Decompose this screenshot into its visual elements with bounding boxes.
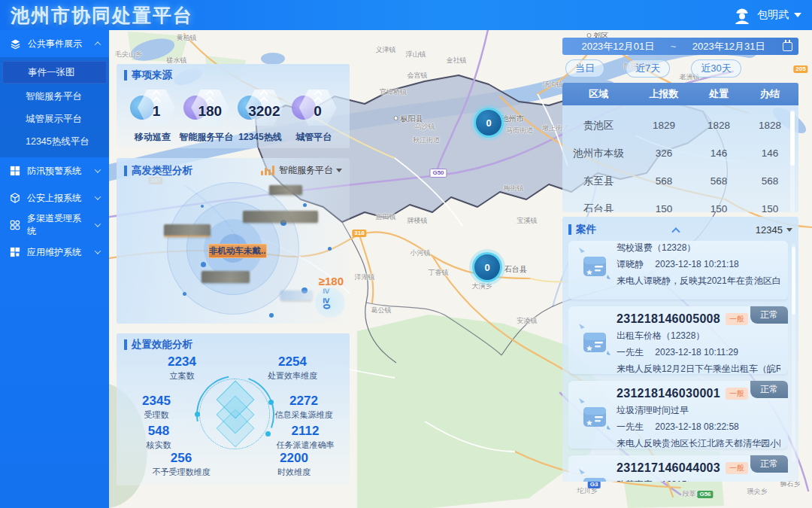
eff-stat-timeliness: 2200时效维度 — [256, 451, 332, 478]
case-status-badge: 正常 — [750, 455, 788, 473]
table-row[interactable]: 池州市本级326 146146 — [562, 139, 798, 167]
collapse-chevron-icon[interactable] — [671, 227, 680, 236]
map-town-label: 义津镇 — [376, 45, 396, 55]
user-caret-icon — [794, 13, 801, 17]
map-town-label: 汤沟镇 — [543, 80, 563, 90]
range-today-button[interactable]: 当日 — [565, 59, 604, 78]
chevron-down-icon — [95, 193, 101, 199]
source-label: 12345热线 — [233, 131, 286, 144]
date-end-input[interactable]: 2023年12月31日 — [679, 40, 778, 53]
source-stat-city-mgmt: 0 城管平台 — [287, 87, 341, 144]
source-value: 1 — [139, 103, 174, 120]
case-box-icon — [574, 395, 614, 434]
eff-stat-accepted: 2345受理数 — [123, 394, 190, 421]
map-town-label: 梅街镇 — [504, 184, 524, 193]
panel-title: 事项来源 — [124, 70, 342, 81]
case-description: 来电人反映贵池区长江北路天都清华园小区4... — [617, 437, 780, 449]
map-town-label: 葛公镇 — [371, 306, 392, 315]
map-town-label: 浮山镇 — [406, 50, 426, 59]
top-header: 池州市协同处置平台 包明武 — [0, 0, 812, 30]
case-card[interactable]: 正常 231218146030001 一般 垃 — [568, 381, 788, 449]
sidebar-group-police-report[interactable]: 公安上报系统 — [0, 184, 109, 211]
table-scrollbar — [790, 110, 795, 212]
grid-icon — [10, 166, 20, 176]
range-7days-button[interactable]: 近7天 — [626, 59, 670, 78]
map-town-label: 小河镇 — [411, 248, 431, 258]
type-source-dropdown[interactable]: 智能服务平台 — [279, 164, 342, 177]
case-category: 驾校退费（12328） — [617, 242, 780, 254]
app-title: 池州市协同处置平台 — [11, 3, 193, 28]
chevron-down-icon — [336, 169, 342, 172]
road-shield-205: 205 — [793, 65, 807, 73]
quick-range-buttons: 当日 近7天 近30天 — [565, 59, 741, 78]
map-town-label: 乌沙镇 — [415, 122, 435, 132]
sidebar-group-app-maintenance[interactable]: 应用维护系统 — [0, 239, 109, 266]
eff-stat-verified: 548核实数 — [129, 424, 189, 451]
case-reporter: 一先生 — [617, 347, 644, 357]
map-town-label: 官埠桥镇 — [380, 87, 407, 97]
map-cluster-marker-2[interactable]: 0 — [472, 252, 502, 282]
blurred-type-tag — [243, 211, 318, 223]
case-meta: 谭晓静 2023-12-18 10:21:18 — [617, 258, 780, 271]
chevron-down-icon — [786, 228, 792, 232]
eff-stat-rejected: 256不予受理数维度 — [133, 451, 229, 478]
sidebar-group-public-events[interactable]: 公共事件展示 — [0, 30, 109, 57]
table-row[interactable]: 石台县150 150150 — [562, 195, 798, 212]
cases-scrollbar — [792, 244, 795, 462]
map-town-label: 马衙街道 — [506, 126, 533, 135]
source-stat-mobile-patrol: 1 移动巡查 — [126, 87, 179, 144]
case-reporter: 谭晓静 — [617, 259, 644, 269]
sidebar-group-multichannel[interactable]: 多渠道受理系统 — [0, 211, 109, 239]
sidebar-item-smart-service[interactable]: 智能服务平台 — [0, 85, 109, 108]
panel-efficiency: 处置效能分析 2234立案数 2345受理数 548核实数 256不予受理数维度… — [117, 333, 350, 485]
map-town-label: 大演乡 — [472, 281, 492, 291]
map-town-label: 毛尖山乡 — [115, 50, 142, 59]
panel-type-analysis: 非机动车未戴... ≥180 ≥ ≥0 高发类型分析 智能服务平台 — [117, 158, 350, 324]
date-range-bar: 2023年12月01日 ~ 2023年12月31日 — [562, 38, 798, 55]
case-box-icon — [574, 321, 614, 360]
case-source-dropdown[interactable]: 12345 — [756, 224, 792, 236]
case-description: 来电人反映12月2日下午乘坐出租车（皖RD0... — [617, 363, 780, 374]
case-id: 231218146030001 — [617, 387, 720, 400]
blurred-type-tag — [269, 185, 302, 195]
scrollbar-thumb[interactable] — [792, 247, 795, 315]
sidebar-item-hotline[interactable]: 12345热线平台 — [0, 130, 109, 153]
date-start-input[interactable]: 2023年12月01日 — [568, 40, 668, 53]
user-menu[interactable]: 包明武 — [732, 5, 801, 25]
map-cluster-marker-1[interactable]: 0 — [474, 108, 504, 138]
sidebar-group-flood-warning[interactable]: 防汛预警系统 — [0, 157, 109, 184]
source-value: 180 — [192, 103, 227, 120]
case-id: 231217146044003 — [617, 461, 720, 475]
calendar-icon[interactable] — [783, 42, 792, 51]
case-category: 出租车价格（12328） — [617, 330, 780, 342]
scrollbar-thumb[interactable] — [790, 111, 795, 166]
source-stat-smart-service: 180 智能服务平台 — [179, 87, 233, 144]
case-priority-badge: 一般 — [726, 388, 748, 400]
case-card[interactable]: 驾校退费（12328） 谭晓静 2023-12-18 10:21:18 来电人谭… — [568, 241, 788, 300]
sidebar-group-label: 防汛预警系统 — [27, 165, 89, 178]
map-town-label: 宝溪镇 — [517, 216, 538, 226]
road-shield-G3: G3 — [588, 481, 601, 488]
case-status-badge: 正常 — [750, 381, 788, 398]
region-stats-table: 区域上报数 处置办结 贵池区1829 18281828 池州市本级326 146… — [562, 83, 798, 212]
case-box-icon — [574, 466, 614, 482]
highlighted-type-tag[interactable]: 非机动车未戴... — [208, 244, 267, 258]
sidebar-item-event-map[interactable]: 事件一张图 — [2, 61, 107, 84]
layers-icon — [10, 38, 21, 50]
map-town-label: 黄柏镇 — [177, 33, 197, 43]
range-30days-button[interactable]: 近30天 — [691, 59, 741, 78]
case-id: 231218146005008 — [617, 312, 720, 326]
sidebar-submenu: 事件一张图 智能服务平台 城管展示平台 12345热线平台 — [0, 57, 109, 157]
blurred-type-tag — [164, 224, 211, 237]
user-name: 包明武 — [757, 8, 789, 22]
map-town-label: 金社镇 — [447, 56, 467, 65]
police-avatar-icon — [732, 5, 752, 25]
apps-icon — [10, 220, 20, 230]
case-card[interactable]: 正常 231217146044003 一般 购药事宜（12315） — [568, 455, 788, 482]
table-row[interactable]: 贵池区1829 18281828 — [562, 111, 798, 139]
sidebar-group-label: 应用维护系统 — [27, 246, 89, 259]
case-category: 垃圾清理时间过早 — [617, 404, 780, 417]
sidebar-item-city-mgmt[interactable]: 城管展示平台 — [0, 108, 109, 130]
table-row[interactable]: 东至县568 568568 — [562, 167, 798, 195]
case-card[interactable]: 正常 231218146005008 一般 出 — [568, 306, 788, 374]
